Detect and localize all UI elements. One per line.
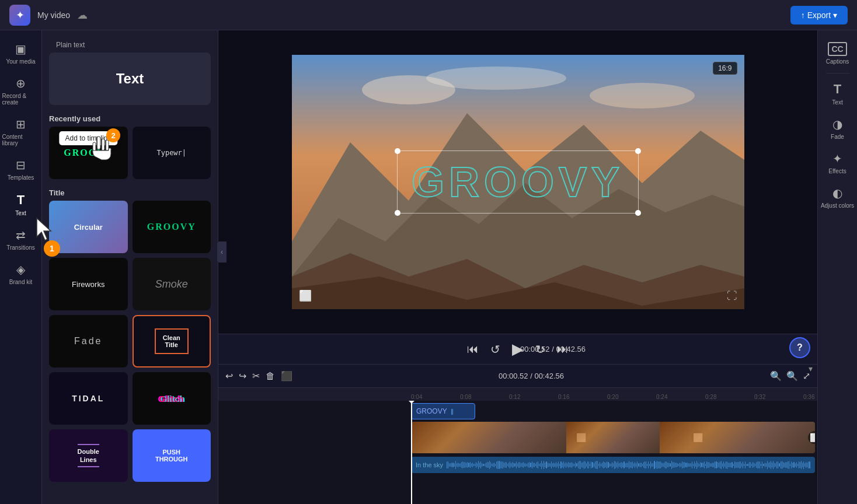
cut-button[interactable]: ✂ [252, 370, 260, 382]
wave-bar [807, 463, 807, 467]
export-button[interactable]: ↑ Export ▾ [790, 6, 848, 24]
fullscreen-icon[interactable]: ⛶ [727, 290, 737, 302]
wave-bar [688, 463, 689, 467]
wave-bar [527, 464, 527, 467]
split-button[interactable]: ⬛ [281, 370, 292, 382]
right-panel-text-label: Text [832, 99, 842, 106]
wave-bar [583, 462, 583, 468]
handle-tl[interactable] [395, 148, 400, 154]
wave-bar [475, 464, 475, 466]
wave-bar [774, 463, 775, 467]
video-title[interactable]: My video [37, 10, 70, 20]
zoom-out-button[interactable]: 🔍 [770, 370, 782, 382]
handle-br[interactable] [635, 210, 641, 216]
wave-bar [680, 463, 680, 467]
wave-bar [503, 461, 503, 468]
wave-bar [504, 463, 504, 467]
redo-button[interactable]: ↪ [239, 370, 246, 382]
plain-text-card[interactable]: Text [49, 52, 211, 105]
card-groovy-recently[interactable]: GROOVY Add to timeline [49, 127, 128, 179]
wave-bar [769, 462, 770, 468]
sidebar-label-transitions: Transitions [6, 244, 35, 251]
help-button[interactable]: ? [789, 337, 810, 358]
wave-bar [537, 462, 537, 468]
card-groovy-green[interactable]: GROOVY [133, 201, 211, 253]
wave-bar [620, 463, 621, 467]
skip-back-button[interactable]: ⏮ [467, 342, 479, 356]
card-fireworks[interactable]: Fireworks [49, 258, 128, 310]
wave-bar [751, 464, 752, 467]
text-overlay[interactable]: GROOVY [397, 150, 639, 214]
timeline-expand-arrow[interactable]: ▾ [809, 364, 813, 373]
card-circular[interactable]: Circular [49, 201, 128, 253]
wave-bar [695, 463, 696, 467]
audio-track-inner[interactable]: In the sky [411, 457, 815, 473]
wave-bar [721, 461, 722, 469]
right-panel-adjust-colors[interactable]: ◐ Adjust colors [818, 180, 858, 215]
wave-bar [745, 461, 745, 469]
groovy-track-chip[interactable]: GROOVY ‖ [411, 403, 475, 419]
wave-bar [734, 461, 735, 469]
card-push-through[interactable]: PUSHTHROUGH [133, 429, 211, 482]
sidebar-item-brand-kit[interactable]: ◈ Brand kit [0, 257, 42, 291]
wave-bar [512, 462, 513, 467]
zoom-in-button[interactable]: 🔍 [786, 370, 798, 382]
wave-bar [452, 463, 453, 467]
collapse-panel-arrow[interactable]: ‹ [217, 242, 227, 262]
playback-controls: ⏮ ↺ ▶ ↻ ⏭ 00:00.52 / 00:42.56 [218, 334, 817, 364]
wave-bar [557, 463, 558, 466]
sidebar-item-text[interactable]: T Text [0, 187, 42, 222]
sidebar-item-templates[interactable]: ⊟ Templates [0, 152, 42, 187]
sidebar-item-record-create[interactable]: ⊕ Record & create [0, 71, 42, 111]
wave-bar [489, 461, 490, 469]
wave-bar [480, 461, 481, 468]
card-fade[interactable]: Fade [49, 315, 128, 368]
video-preview: GROOVY 16:9 ⬜ ⛶ [218, 30, 817, 334]
right-panel-captions[interactable]: CC Captions [818, 36, 858, 71]
wave-bar [773, 461, 774, 469]
wave-bar [687, 463, 688, 467]
right-panel-fade[interactable]: ◑ Fade [818, 111, 858, 146]
wave-bar [584, 461, 584, 469]
wave-bar [473, 464, 474, 467]
add-to-timeline-tooltip: Add to timeline [60, 131, 117, 145]
card-tidal[interactable]: TIDAL [49, 372, 128, 425]
timeline-playhead[interactable] [411, 401, 412, 504]
title-label: Title [42, 184, 218, 201]
wave-bar [799, 461, 799, 469]
wave-bar [520, 462, 520, 468]
video-track-inner[interactable]: ⬜ ⬜ ⬜ [411, 422, 815, 453]
rewind-button[interactable]: ↺ [490, 342, 500, 356]
handle-tr[interactable] [635, 148, 641, 154]
handle-bl[interactable] [395, 210, 400, 216]
save-icon[interactable]: ☁ [77, 9, 88, 22]
wave-bar [598, 464, 599, 467]
wave-bar [609, 463, 610, 467]
sidebar-item-content-library[interactable]: ⊞ Content library [0, 111, 42, 152]
card-typewriter[interactable]: Typewr| [133, 127, 211, 179]
wave-bar [628, 463, 628, 467]
card-smoke[interactable]: Smoke [133, 258, 211, 310]
wave-bar [595, 461, 595, 469]
delete-button[interactable]: 🗑 [266, 371, 275, 382]
wave-bar [685, 463, 686, 467]
right-panel-text[interactable]: T Text [818, 76, 858, 111]
aspect-ratio-badge[interactable]: 16:9 [713, 62, 737, 75]
undo-button[interactable]: ↩ [225, 370, 233, 382]
wave-bar [743, 461, 743, 468]
plain-text-section: Plain text Text [42, 30, 218, 110]
wave-bar [516, 461, 517, 468]
wave-bar [654, 461, 654, 468]
right-panel-effects[interactable]: ✦ Effects [818, 146, 858, 180]
groovy-track-container: GROOVY ‖ [411, 403, 475, 421]
card-glitch[interactable]: Glitch [133, 372, 211, 425]
subtitle-icon[interactable]: ⬜ [299, 289, 312, 302]
wave-bar [555, 463, 555, 466]
sidebar-item-your-media[interactable]: ▣ Your media [0, 36, 42, 71]
wave-bar [618, 461, 618, 468]
groovy-chip-label: GROOVY [416, 407, 447, 415]
card-clean-title[interactable]: CleanTitle [133, 315, 211, 368]
card-double-lines[interactable]: DoubleLines [49, 429, 128, 482]
sidebar-item-transitions[interactable]: ⇄ Transitions [0, 222, 42, 257]
topbar-left: ✦ My video ☁ [9, 5, 88, 26]
